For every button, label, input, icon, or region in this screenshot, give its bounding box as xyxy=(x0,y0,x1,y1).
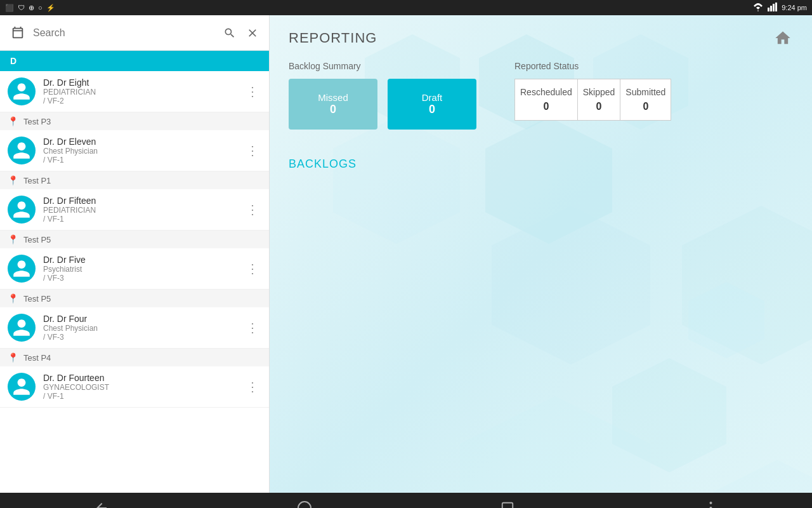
more-options-icon[interactable]: ⋮ xyxy=(244,258,261,279)
bottom-nav xyxy=(0,493,812,508)
doctor-specialty: Chest Physician xyxy=(43,147,244,156)
doctor-name: Dr. Dr Eleven xyxy=(43,137,244,147)
list-item[interactable]: Dr. Dr Five Psychiatrist / VF-3 ⋮ xyxy=(0,248,269,290)
sidebar: D Dr. Dr Eight PEDIATRICIAN / VF-2 ⋮ 📍 T… xyxy=(0,15,270,493)
skipped-card[interactable]: Skipped 0 xyxy=(578,79,621,120)
doctor-name: Dr. Dr Five xyxy=(43,255,244,265)
svg-point-7 xyxy=(709,502,712,504)
doctor-list: Dr. Dr Eight PEDIATRICIAN / VF-2 ⋮ 📍 Tes… xyxy=(0,71,269,493)
section-header-d: D xyxy=(0,51,269,71)
backlog-summary-section: Backlog Summary Missed 0 Draft 0 xyxy=(289,61,476,145)
page-title: REPORTING xyxy=(289,30,377,46)
status-icon-3: ⊕ xyxy=(29,4,34,12)
rescheduled-value: 0 xyxy=(520,101,572,112)
search-icon[interactable] xyxy=(221,24,239,42)
doctor-info: Dr. Dr Fifteen PEDIATRICIAN / VF-1 xyxy=(43,196,244,224)
avatar xyxy=(8,137,36,164)
more-menu-button[interactable] xyxy=(695,493,726,508)
content-area: REPORTING Backlog Summary Missed 0 xyxy=(270,15,812,184)
backlog-summary-title: Backlog Summary xyxy=(289,61,476,71)
list-item[interactable]: Dr. Dr Eleven Chest Physician / VF-1 ⋮ xyxy=(0,130,269,171)
location-pin-icon: 📍 xyxy=(8,352,18,363)
doctor-code: / VF-3 xyxy=(43,274,244,283)
rescheduled-label: Rescheduled xyxy=(520,87,572,97)
location-row: 📍 Test P4 xyxy=(0,349,269,366)
time-display: 9:24 pm xyxy=(782,4,807,11)
search-actions xyxy=(221,24,261,42)
backlogs-title: BACKLOGS xyxy=(289,157,793,171)
search-bar xyxy=(0,15,269,51)
doctor-specialty: PEDIATRICIAN xyxy=(43,88,244,97)
submitted-label: Submitted xyxy=(625,87,665,97)
location-label: Test P5 xyxy=(23,235,51,244)
more-options-icon[interactable]: ⋮ xyxy=(244,199,261,220)
doctor-specialty: Chest Physician xyxy=(43,324,244,333)
status-icon-5: ⚡ xyxy=(46,4,55,12)
close-icon[interactable] xyxy=(244,24,261,42)
doctor-name: Dr. Dr Four xyxy=(43,314,244,324)
skipped-value: 0 xyxy=(583,101,615,112)
location-label: Test P5 xyxy=(23,294,51,304)
more-options-icon[interactable]: ⋮ xyxy=(244,140,261,161)
two-sections: Backlog Summary Missed 0 Draft 0 xyxy=(289,61,793,145)
recent-apps-button[interactable] xyxy=(492,493,523,508)
doctor-info: Dr. Dr Fourteen GYNAECOLOGIST / VF-1 xyxy=(43,373,244,401)
missed-card[interactable]: Missed 0 xyxy=(289,79,377,130)
list-item[interactable]: Dr. Dr Eight PEDIATRICIAN / VF-2 ⋮ xyxy=(0,71,269,112)
reported-status-section: Reported Status Rescheduled 0 Skipped 0 … xyxy=(514,61,671,145)
doctor-code: / VF-3 xyxy=(43,333,244,342)
missed-label: Missed xyxy=(318,92,348,103)
missed-value: 0 xyxy=(330,103,336,116)
more-options-icon[interactable]: ⋮ xyxy=(244,377,261,397)
doctor-info: Dr. Dr Four Chest Physician / VF-3 xyxy=(43,314,244,342)
backlog-cards: Missed 0 Draft 0 xyxy=(289,79,476,130)
doctor-code: / VF-1 xyxy=(43,215,244,224)
doctor-name: Dr. Dr Fourteen xyxy=(43,373,244,383)
status-icon-2: 🛡 xyxy=(18,4,25,11)
location-label: Test P4 xyxy=(23,353,51,363)
doctor-specialty: Psychiatrist xyxy=(43,265,244,274)
status-icon-1: ⬛ xyxy=(5,4,14,12)
location-row: 📍 Test P5 xyxy=(0,231,269,248)
avatar xyxy=(8,196,36,224)
back-button[interactable] xyxy=(86,493,117,508)
calendar-icon[interactable] xyxy=(8,23,28,43)
content-header: REPORTING xyxy=(289,28,793,48)
list-item[interactable]: Dr. Dr Four Chest Physician / VF-3 ⋮ xyxy=(0,307,269,349)
signal-icon xyxy=(768,3,778,13)
doctor-info: Dr. Dr Eight PEDIATRICIAN / VF-2 xyxy=(43,77,244,105)
home-icon[interactable] xyxy=(773,28,793,48)
svg-rect-6 xyxy=(502,503,513,508)
draft-label: Draft xyxy=(422,92,443,103)
svg-rect-2 xyxy=(773,4,775,11)
doctor-specialty: PEDIATRICIAN xyxy=(43,206,244,215)
location-label: Test P3 xyxy=(23,117,51,126)
doctor-specialty: GYNAECOLOGIST xyxy=(43,383,244,392)
home-button[interactable] xyxy=(289,493,320,508)
doctor-code: / VF-1 xyxy=(43,156,244,164)
rescheduled-card[interactable]: Rescheduled 0 xyxy=(515,79,578,120)
doctor-code: / VF-1 xyxy=(43,392,244,401)
wifi-icon xyxy=(752,3,764,13)
status-icon-4: ○ xyxy=(38,4,43,11)
list-item[interactable]: Dr. Dr Fifteen PEDIATRICIAN / VF-1 ⋮ xyxy=(0,189,269,231)
avatar xyxy=(8,373,36,401)
more-options-icon[interactable]: ⋮ xyxy=(244,81,261,102)
location-pin-icon: 📍 xyxy=(8,234,18,244)
avatar xyxy=(8,77,36,105)
location-row: 📍 Test P1 xyxy=(0,171,269,189)
location-pin-icon: 📍 xyxy=(8,116,18,126)
doctor-info: Dr. Dr Eleven Chest Physician / VF-1 xyxy=(43,137,244,164)
list-item[interactable]: Dr. Dr Fourteen GYNAECOLOGIST / VF-1 ⋮ xyxy=(0,366,269,408)
main-content: REPORTING Backlog Summary Missed 0 xyxy=(270,15,812,493)
location-pin-icon: 📍 xyxy=(8,293,18,304)
submitted-card[interactable]: Submitted 0 xyxy=(620,79,671,120)
more-options-icon[interactable]: ⋮ xyxy=(244,318,261,338)
status-bar-right: 9:24 pm xyxy=(752,3,807,13)
svg-rect-1 xyxy=(770,6,772,11)
draft-card[interactable]: Draft 0 xyxy=(388,79,476,130)
search-input[interactable] xyxy=(33,27,221,39)
status-bar: ⬛ 🛡 ⊕ ○ ⚡ 9:24 pm xyxy=(0,0,812,15)
svg-rect-3 xyxy=(775,3,777,11)
doctor-name: Dr. Dr Eight xyxy=(43,77,244,88)
